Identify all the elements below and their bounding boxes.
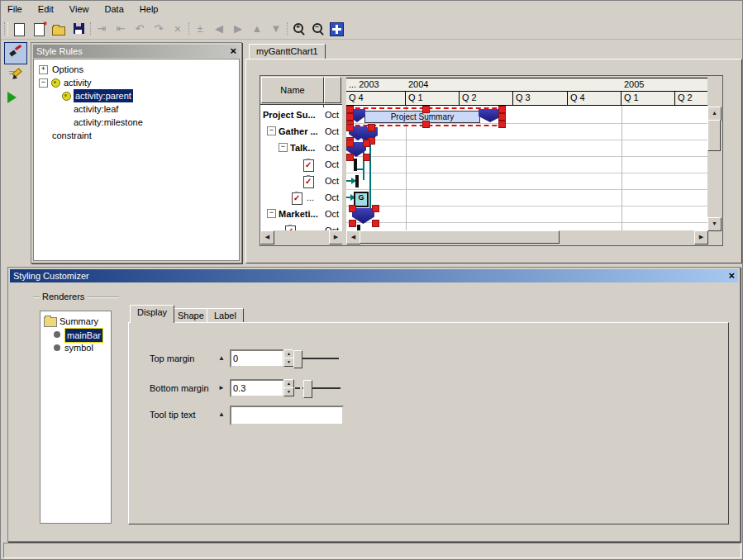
new-chart-wizard-icon[interactable]: * [31,21,47,37]
table-row[interactable]: − Talk... Oct [260,140,341,158]
tree-item-activity-leaf[interactable]: activity:leaf [74,102,118,116]
selection-handle[interactable] [346,154,354,161]
selection-handle[interactable] [363,140,370,147]
top-margin-input[interactable] [230,349,284,368]
scroll-right-icon[interactable]: ▶ [329,230,343,244]
application-window: { "menu": {"items": [{"label":"File"},{"… [0,0,743,560]
changed-marker-icon: ► [218,384,225,392]
selection-handle[interactable] [368,124,375,131]
expand-icon[interactable]: + [39,65,48,74]
table-row[interactable]: ✓ ... Oct [260,190,341,207]
table-row[interactable]: − Gather ... Oct [260,124,341,141]
move-down-icon: ▼ [268,21,284,37]
selection-handle[interactable] [372,220,379,227]
close-icon[interactable]: × [728,269,735,282]
open-icon[interactable] [50,21,67,37]
selection-handle[interactable] [349,205,356,212]
scroll-left-icon[interactable]: ◀ [260,230,274,244]
top-margin-slider-thumb[interactable] [293,350,302,368]
selection-handle[interactable] [346,124,354,131]
save-icon[interactable] [70,21,87,37]
leaf-activity-bar[interactable] [357,225,360,230]
tab-display[interactable]: Display [130,305,174,323]
collapse-icon[interactable]: − [39,78,48,88]
selection-handle[interactable] [422,121,430,128]
new-document-icon[interactable] [11,21,27,37]
table-row[interactable]: Project Su... Oct [260,107,341,125]
leaf-activity-bar[interactable] [355,175,359,187]
expand-collapse-icon: ± [192,21,208,37]
chart-vscroll-track[interactable]: ▲ ▼ [707,107,721,230]
renderer-bullet-icon [54,344,60,351]
menu-edit[interactable]: Edit [31,1,60,17]
selection-handle[interactable] [422,106,430,113]
selection-handle[interactable] [498,113,506,121]
style-mode-button[interactable] [4,42,27,64]
bottom-margin-slider-thumb[interactable] [303,380,312,398]
spin-down-icon[interactable]: ▼ [283,387,294,396]
tree-item-constraint[interactable]: constraint [52,129,92,142]
year-grid-line [622,106,622,230]
top-margin-label: Top margin [150,354,194,363]
tooltip-text-input[interactable] [230,406,344,425]
scroll-down-icon[interactable]: ▼ [707,217,722,231]
selection-handle[interactable] [346,106,354,113]
table-row[interactable]: ✓ Oct [260,173,341,191]
scroll-up-icon[interactable]: ▲ [707,107,722,121]
vscroll-thumb[interactable] [707,120,721,151]
selection-handle[interactable] [346,140,354,147]
folder-icon [44,317,57,327]
grid-line [346,173,707,173]
zoom-in-icon[interactable]: + [290,21,307,37]
table-hscroll-track[interactable]: ◀ ▶ [260,230,342,244]
bottom-margin-input[interactable] [230,379,284,397]
fit-to-view-icon[interactable] [328,21,345,37]
selection-handle[interactable] [372,205,379,212]
collapse-icon[interactable]: − [279,143,288,152]
tab-label[interactable]: Label [207,308,244,323]
run-preview-button[interactable] [4,88,26,109]
date-column-header[interactable] [324,77,341,103]
grid-line [346,222,707,223]
gantt-chart-body[interactable]: Project Summary G [346,106,707,230]
paintbrush-icon [9,45,22,59]
delete-icon: × [169,21,186,37]
styling-customizer-titlebar[interactable]: Styling Customizer × [10,269,738,282]
chart-hscroll-track[interactable]: ◀ ▶ [346,230,707,244]
selection-handle[interactable] [498,106,506,113]
scroll-right-icon[interactable]: ▶ [694,230,708,244]
selection-handle[interactable] [346,113,354,121]
menu-view[interactable]: View [63,1,96,17]
collapse-icon[interactable]: − [267,209,276,218]
selection-handle[interactable] [363,154,370,161]
tab-myganttchart1[interactable]: myGanttChart1 [249,44,326,59]
redo-icon: ↷ [150,21,167,37]
tab-shape[interactable]: Shape [170,308,212,323]
hscroll-thumb[interactable] [360,230,560,244]
menu-file[interactable]: File [1,1,29,17]
selection-handle[interactable] [498,121,506,128]
toolbar-separator [287,22,289,36]
zoom-out-icon[interactable]: − [309,21,326,37]
style-rules-tree: + Options − activity activity:parent act… [33,59,240,261]
constraint-line [357,168,364,170]
style-rules-titlebar[interactable]: Style Rules × [33,45,240,58]
collapse-icon[interactable]: − [267,126,276,135]
rule-gear-icon [51,78,60,88]
edit-data-button[interactable] [4,65,26,86]
tree-item-activity-milestone[interactable]: activity:milestone [74,116,143,129]
selection-handle[interactable] [349,220,356,227]
toolbar-drag-handle[interactable] [4,22,8,36]
menu-help[interactable]: Help [133,1,165,17]
table-row[interactable]: ✓ Oct [260,157,341,174]
leaf-activity-bar[interactable] [354,159,357,171]
table-row[interactable]: − Marketi... Oct [260,206,341,224]
add-child-icon: ⇥ [93,21,110,37]
menu-data[interactable]: Data [98,1,131,17]
pencil-icon [9,69,21,80]
close-icon[interactable]: × [230,45,236,58]
scroll-left-icon[interactable]: ◀ [346,230,360,244]
move-up-icon: ▲ [249,21,265,37]
timescale-years: ... 2003 2004 2005 [346,78,707,92]
name-column-header[interactable]: Name [261,77,324,103]
